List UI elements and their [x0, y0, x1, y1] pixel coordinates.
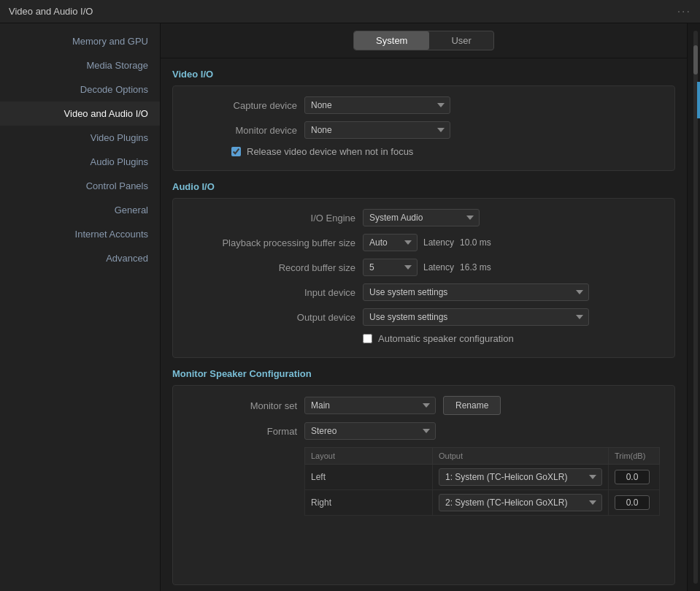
- release-video-label: Release video device when not in focus: [247, 146, 413, 157]
- video-io-box: Capture device None Monitor device None: [172, 85, 675, 171]
- speaker-table-spacer: [188, 516, 660, 574]
- output-device-row: Output device Use system settings: [188, 308, 660, 326]
- row-left-trim: [609, 465, 660, 490]
- auto-speaker-checkbox[interactable]: [363, 334, 372, 343]
- monitor-speaker-box: Monitor set Main Rename Format Stereo: [172, 385, 675, 585]
- sidebar-item-media-storage[interactable]: Media Storage: [0, 53, 160, 77]
- window-menu-icon[interactable]: ···: [677, 5, 691, 18]
- tab-user[interactable]: User: [429, 31, 493, 50]
- row-right-trim: [609, 490, 660, 516]
- playback-buffer-label: Playback processing buffer size: [188, 237, 363, 248]
- video-io-section: Video I/O Capture device None Monitor de…: [172, 69, 675, 171]
- monitor-device-select[interactable]: None: [304, 121, 450, 139]
- table-row: Left 1: System (TC-Helicon GoXLR): [305, 465, 660, 490]
- rename-button[interactable]: Rename: [443, 396, 501, 415]
- monitor-device-label: Monitor device: [188, 125, 304, 136]
- capture-device-select[interactable]: None: [304, 96, 450, 114]
- sidebar: Memory and GPU Media Storage Decode Opti…: [0, 23, 161, 591]
- monitor-set-row: Monitor set Main Rename: [188, 396, 660, 415]
- window-title: Video and Audio I/O: [9, 6, 93, 17]
- io-engine-label: I/O Engine: [188, 213, 363, 224]
- tab-system[interactable]: System: [354, 31, 429, 50]
- video-io-title: Video I/O: [172, 69, 675, 80]
- record-buffer-label: Record buffer size: [188, 262, 363, 273]
- monitor-set-label: Monitor set: [188, 400, 304, 411]
- speaker-table: Layout Output Trim(dB) Left: [304, 447, 660, 516]
- row-left-output: 1: System (TC-Helicon GoXLR): [433, 465, 609, 490]
- audio-io-box: I/O Engine System Audio Playback process…: [172, 198, 675, 358]
- audio-io-section: Audio I/O I/O Engine System Audio Playba…: [172, 181, 675, 358]
- col-layout: Layout: [305, 448, 433, 465]
- sidebar-item-video-audio-io[interactable]: Video and Audio I/O: [0, 102, 160, 126]
- content-area: System User Video I/O Capture device Non…: [161, 23, 687, 591]
- col-trim: Trim(dB): [609, 448, 660, 465]
- scrollbar-thumb[interactable]: [693, 45, 698, 75]
- format-row: Format Stereo: [188, 422, 660, 440]
- output-device-label: Output device: [188, 312, 363, 323]
- input-device-row: Input device Use system settings: [188, 283, 660, 301]
- accent-bar: [697, 82, 700, 118]
- auto-speaker-label: Automatic speaker configuration: [378, 333, 514, 344]
- playback-buffer-row: Playback processing buffer size Auto Lat…: [188, 234, 660, 251]
- row-right-layout: Right: [305, 490, 433, 516]
- audio-io-title: Audio I/O: [172, 181, 675, 192]
- tab-bar: System User: [161, 23, 687, 58]
- record-buffer-select[interactable]: 5: [363, 259, 418, 276]
- io-engine-row: I/O Engine System Audio: [188, 209, 660, 226]
- left-output-select[interactable]: 1: System (TC-Helicon GoXLR): [439, 468, 602, 486]
- monitor-speaker-title: Monitor Speaker Configuration: [172, 368, 675, 379]
- sidebar-item-control-panels[interactable]: Control Panels: [0, 174, 160, 198]
- left-trim-input[interactable]: [615, 470, 650, 484]
- sidebar-item-general[interactable]: General: [0, 198, 160, 222]
- right-output-select[interactable]: 2: System (TC-Helicon GoXLR): [439, 494, 602, 511]
- sidebar-item-audio-plugins[interactable]: Audio Plugins: [0, 150, 160, 174]
- col-output: Output: [433, 448, 609, 465]
- input-device-label: Input device: [188, 287, 363, 298]
- release-video-row: Release video device when not in focus: [188, 146, 660, 157]
- right-panel: [687, 23, 700, 591]
- row-right-output: 2: System (TC-Helicon GoXLR): [433, 490, 609, 516]
- auto-speaker-row: Automatic speaker configuration: [188, 333, 660, 344]
- tab-group: System User: [353, 31, 494, 50]
- release-video-checkbox[interactable]: [231, 147, 241, 156]
- monitor-device-row: Monitor device None: [188, 121, 660, 139]
- speaker-table-wrapper: Layout Output Trim(dB) Left: [304, 447, 660, 516]
- input-device-select[interactable]: Use system settings: [363, 283, 589, 301]
- monitor-set-select[interactable]: Main: [304, 397, 436, 414]
- io-engine-select[interactable]: System Audio: [363, 209, 480, 226]
- format-select[interactable]: Stereo: [304, 422, 436, 440]
- row-left-layout: Left: [305, 465, 433, 490]
- output-device-select[interactable]: Use system settings: [363, 308, 589, 326]
- sidebar-item-decode-options[interactable]: Decode Options: [0, 77, 160, 102]
- sidebar-item-advanced[interactable]: Advanced: [0, 246, 160, 270]
- record-buffer-row: Record buffer size 5 Latency 16.3 ms: [188, 259, 660, 276]
- record-latency-label: Latency: [423, 262, 454, 272]
- monitor-speaker-section: Monitor Speaker Configuration Monitor se…: [172, 368, 675, 585]
- right-trim-input[interactable]: [615, 495, 650, 510]
- format-label: Format: [188, 426, 304, 437]
- capture-device-row: Capture device None: [188, 96, 660, 114]
- sidebar-item-memory-gpu[interactable]: Memory and GPU: [0, 29, 160, 53]
- table-row: Right 2: System (TC-Helicon GoXLR): [305, 490, 660, 516]
- capture-device-label: Capture device: [188, 100, 304, 111]
- sidebar-item-video-plugins[interactable]: Video Plugins: [0, 126, 160, 150]
- playback-latency-label: Latency: [423, 237, 454, 248]
- title-bar: Video and Audio I/O ···: [0, 0, 700, 23]
- sidebar-item-internet-accounts[interactable]: Internet Accounts: [0, 222, 160, 246]
- record-latency-value: 16.3 ms: [460, 262, 491, 272]
- playback-latency-value: 10.0 ms: [460, 237, 491, 248]
- playback-buffer-select[interactable]: Auto: [363, 234, 418, 251]
